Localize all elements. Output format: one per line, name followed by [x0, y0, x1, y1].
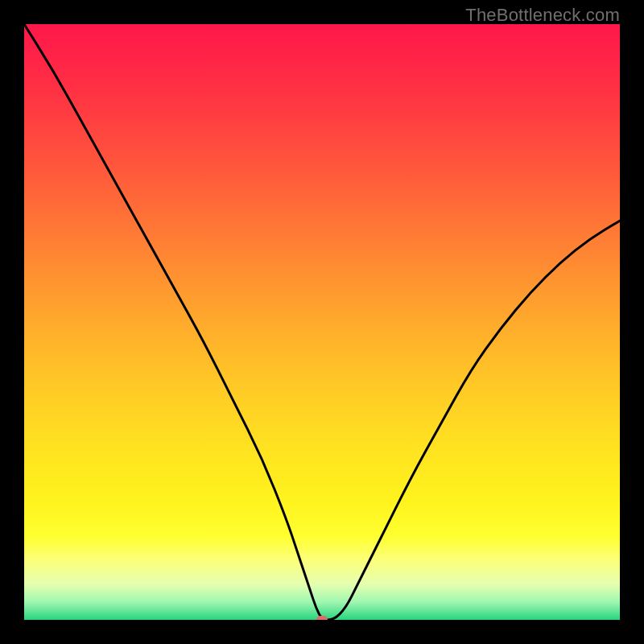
optimal-point-marker — [316, 616, 328, 620]
bottleneck-curve-path — [24, 24, 620, 620]
chart-frame: TheBottleneck.com — [0, 0, 644, 644]
curve-layer — [24, 24, 620, 620]
watermark-text: TheBottleneck.com — [465, 5, 620, 26]
plot-area — [24, 24, 620, 620]
